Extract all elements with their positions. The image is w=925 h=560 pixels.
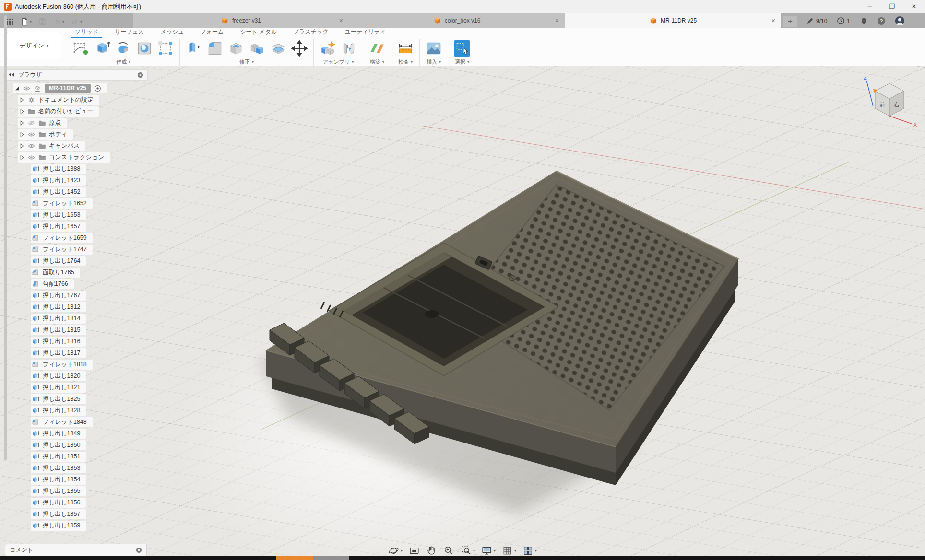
tool-select-button[interactable] (452, 39, 472, 58)
browser-folder-row[interactable]: 原点 (18, 117, 148, 128)
tool-fillet-button[interactable] (205, 39, 225, 58)
browser-feature-row[interactable]: 押し出し1816 (31, 336, 148, 347)
fit-button[interactable]: ▾ (460, 545, 476, 557)
browser-feature-row[interactable]: 押し出し1853 (31, 462, 148, 474)
clock-button[interactable]: 1 (837, 17, 850, 25)
ribbon-tab[interactable]: シート メタル (239, 28, 278, 37)
tool-extrude-button[interactable] (92, 39, 112, 58)
activate-component-icon[interactable] (94, 85, 101, 92)
ribbon-tab[interactable]: ソリッド (74, 28, 99, 37)
notifications-button[interactable] (860, 17, 868, 25)
expand-open-icon[interactable] (14, 86, 20, 91)
browser-feature-row[interactable]: 押し出し1815 (31, 324, 148, 336)
file-new-button[interactable]: ▾ (21, 18, 32, 26)
tool-create-sketch-button[interactable] (71, 39, 91, 58)
browser-feature-row[interactable]: 押し出し1812 (31, 301, 148, 313)
browser-feature-row[interactable]: 押し出し1851 (31, 451, 148, 462)
ribbon-group-label[interactable]: 検査▾ (398, 58, 413, 66)
ribbon-tab[interactable]: プラスチック (292, 28, 330, 37)
browser-feature-row[interactable]: 押し出し1849 (31, 428, 148, 439)
browser-feature-row[interactable]: フィレット1659 (31, 232, 148, 244)
tool-shell-button[interactable] (226, 39, 246, 58)
workspace-selector[interactable]: デザイン ▾ (7, 32, 61, 59)
eye-icon[interactable] (23, 86, 30, 91)
new-tab-button[interactable]: + (783, 16, 797, 27)
browser-feature-row[interactable]: 押し出し1854 (31, 474, 148, 485)
ribbon-tab[interactable]: メッシュ (159, 28, 185, 37)
browser-scrollbar[interactable] (4, 15, 7, 460)
browser-feature-row[interactable]: フィレット1848 (31, 416, 148, 428)
minimize-button[interactable]: ─ (859, 0, 881, 13)
browser-feature-row[interactable]: 押し出し1817 (31, 347, 148, 359)
browser-feature-row[interactable]: 押し出し1423 (31, 175, 148, 186)
collapse-panel-icon[interactable] (8, 72, 14, 77)
tool-joint-button[interactable] (339, 39, 359, 58)
browser-folder-row[interactable]: キャンバス (18, 140, 148, 152)
tool-hole-button[interactable] (134, 39, 154, 58)
maximize-button[interactable]: ❐ (881, 0, 903, 13)
document-tab[interactable]: freezer v31× (133, 13, 349, 28)
browser-feature-row[interactable]: 押し出し1657 (31, 221, 148, 232)
browser-feature-row[interactable]: 押し出し1850 (31, 439, 148, 451)
undo-button[interactable]: ▾ (53, 18, 64, 26)
orbit-button[interactable]: ▾ (387, 545, 403, 557)
tab-close-icon[interactable]: × (339, 17, 343, 24)
ribbon-group-label[interactable]: 修正▾ (239, 58, 254, 66)
browser-header[interactable]: ブラウザ (4, 69, 148, 81)
tab-close-icon[interactable]: × (555, 17, 559, 24)
browser-feature-row[interactable]: 押し出し1857 (31, 508, 148, 520)
browser-feature-row[interactable]: 押し出し1828 (31, 405, 148, 416)
browser-feature-row[interactable]: 押し出し1814 (31, 313, 148, 324)
browser-feature-row[interactable]: 押し出し1821 (31, 382, 148, 393)
tool-measure-button[interactable] (395, 39, 415, 58)
comment-bar[interactable]: コメント (5, 544, 147, 556)
pan-button[interactable] (425, 545, 438, 557)
ribbon-group-label[interactable]: 挿入▾ (427, 58, 441, 66)
app-menu-button[interactable] (6, 18, 14, 26)
zoom-button[interactable] (442, 545, 455, 557)
root-component-label[interactable]: MR-11DR v25 (45, 84, 91, 93)
browser-feature-row[interactable]: 押し出し1855 (31, 485, 148, 497)
browser-feature-row[interactable]: 押し出し1825 (31, 393, 148, 405)
redo-button[interactable]: ▾ (71, 18, 82, 26)
look-at-button[interactable] (408, 545, 421, 557)
ribbon-group-label[interactable]: アセンブリ▾ (323, 58, 354, 66)
browser-feature-row[interactable]: 押し出し1452 (31, 186, 148, 198)
browser-folder-row[interactable]: コンストラクション (18, 152, 148, 163)
display-settings-button[interactable]: ▾ (480, 545, 497, 557)
browser-feature-row[interactable]: 押し出し1767 (31, 290, 148, 301)
browser-feature-row[interactable]: 押し出し1856 (31, 497, 148, 508)
tool-press-pull-button[interactable] (184, 39, 204, 58)
browser-feature-row[interactable]: 押し出し1764 (31, 255, 148, 267)
document-tab[interactable]: color_box v16× (349, 13, 565, 28)
tool-revolve-button[interactable] (113, 39, 133, 58)
browser-feature-row[interactable]: 勾配1766 (31, 278, 148, 290)
browser-feature-row[interactable]: 押し出し1653 (31, 209, 148, 221)
grid-settings-button[interactable]: ▾ (501, 545, 517, 557)
save-button[interactable] (38, 18, 47, 26)
browser-feature-row[interactable]: フィレット1652 (31, 198, 148, 209)
view-cube[interactable]: Z X 前 右 (857, 73, 924, 131)
ribbon-tab[interactable]: サーフェス (114, 28, 145, 37)
ribbon-group-label[interactable]: 構築▾ (370, 58, 384, 66)
browser-feature-row[interactable]: フィレット1747 (31, 244, 148, 255)
browser-feature-row[interactable]: 面取り1765 (31, 267, 148, 278)
tool-pattern-button[interactable] (155, 39, 176, 58)
document-tab[interactable]: MR-11DR v25× (565, 13, 781, 28)
tool-construction-plane-button[interactable] (367, 39, 387, 58)
comment-toggle-icon[interactable] (136, 547, 142, 553)
ribbon-tab[interactable]: ユーティリティ (344, 28, 387, 37)
tool-new-component-button[interactable] (318, 39, 338, 58)
edit-status-button[interactable]: 9/10 (806, 17, 827, 25)
browser-folder-row[interactable]: ドキュメントの設定 (18, 94, 148, 105)
account-button[interactable] (895, 16, 905, 26)
browser-feature-row[interactable]: フィレット1818 (31, 359, 148, 370)
ribbon-group-label[interactable]: 選択▾ (455, 58, 469, 66)
panel-toggle-icon[interactable] (137, 72, 143, 78)
viewports-button[interactable]: ▾ (522, 545, 538, 557)
browser-folder-row[interactable]: ボディ (18, 128, 148, 140)
browser-feature-row[interactable]: 押し出し1859 (31, 520, 148, 531)
tab-close-icon[interactable]: × (771, 17, 775, 24)
browser-folder-row[interactable]: 名前の付いたビュー (18, 105, 148, 117)
browser-feature-row[interactable]: 押し出し1388 (31, 163, 148, 175)
